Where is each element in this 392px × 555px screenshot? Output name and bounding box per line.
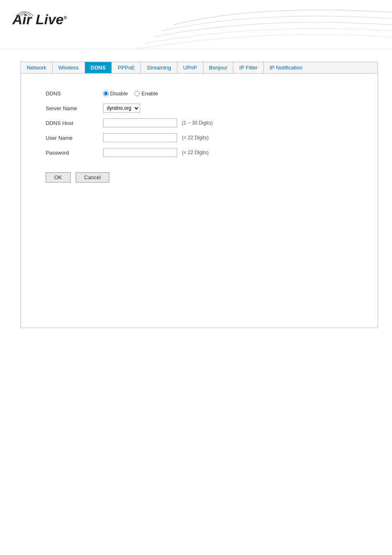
button-row: OK Cancel [46, 172, 353, 183]
logo: Air Live® [12, 7, 67, 26]
user-name-input[interactable] [103, 133, 177, 142]
tab-pppoe[interactable]: PPPoE [112, 62, 141, 73]
tab-bar: Network Wireless DDNS PPPoE Streaming UP… [21, 62, 378, 73]
tab-ip-notification[interactable]: IP Notification [264, 62, 308, 73]
ddns-disable-radio[interactable] [103, 91, 108, 96]
user-name-hint: (< 22 Digits) [182, 135, 209, 141]
password-field: (< 22 Digits) [103, 145, 353, 160]
ddns-host-field: (1 ~ 30 Digits) [103, 116, 353, 130]
user-name-field: (< 22 Digits) [103, 130, 353, 145]
ddns-host-row: DDNS Host (1 ~ 30 Digits) [46, 116, 353, 130]
user-name-row: User Name (< 22 Digits) [46, 130, 353, 145]
tab-network[interactable]: Network [21, 62, 53, 73]
ddns-host-label: DDNS Host [46, 116, 103, 130]
header-swoosh [113, 0, 392, 49]
main-content: Network Wireless DDNS PPPoE Streaming UP… [0, 49, 392, 340]
password-input[interactable] [103, 148, 177, 157]
user-name-label: User Name [46, 130, 103, 145]
cancel-button[interactable]: Cancel [76, 172, 109, 183]
tab-upnp[interactable]: UPnP [178, 62, 203, 73]
header: Air Live® [0, 0, 392, 49]
password-hint: (< 22 Digits) [182, 150, 209, 155]
tab-streaming[interactable]: Streaming [141, 62, 177, 73]
ddns-host-hint: (1 ~ 30 Digits) [182, 120, 213, 126]
ok-button[interactable]: OK [46, 172, 71, 183]
server-name-field: dyndns.org no-ip.com others [103, 101, 353, 116]
ddns-host-input[interactable] [103, 118, 177, 127]
ddns-field: Disable Enable [103, 86, 353, 101]
ddns-row: DDNS Disable Enable [46, 86, 353, 101]
server-name-select[interactable]: dyndns.org no-ip.com others [103, 104, 140, 113]
ddns-disable-text: Disable [110, 90, 128, 97]
server-name-row: Server Name dyndns.org no-ip.com others [46, 101, 353, 116]
ddns-enable-radio[interactable] [134, 91, 140, 96]
logo-registered: ® [64, 15, 67, 20]
tab-ip-filter[interactable]: IP Filter [233, 62, 264, 73]
content-panel: DDNS Disable Enable Server N [21, 73, 378, 328]
password-row: Password (< 22 Digits) [46, 145, 353, 160]
password-label: Password [46, 145, 103, 160]
antenna-icon [12, 6, 37, 17]
server-name-label: Server Name [46, 101, 103, 116]
tab-wireless[interactable]: Wireless [53, 62, 85, 73]
tab-ddns[interactable]: DDNS [85, 62, 112, 73]
ddns-enable-label[interactable]: Enable [134, 90, 158, 97]
ddns-form: DDNS Disable Enable Server N [46, 86, 353, 160]
tab-bonjour[interactable]: Bonjour [203, 62, 234, 73]
ddns-enable-text: Enable [141, 90, 158, 97]
ddns-disable-label[interactable]: Disable [103, 90, 128, 97]
ddns-radio-group: Disable Enable [103, 90, 353, 97]
ddns-label: DDNS [46, 86, 103, 101]
